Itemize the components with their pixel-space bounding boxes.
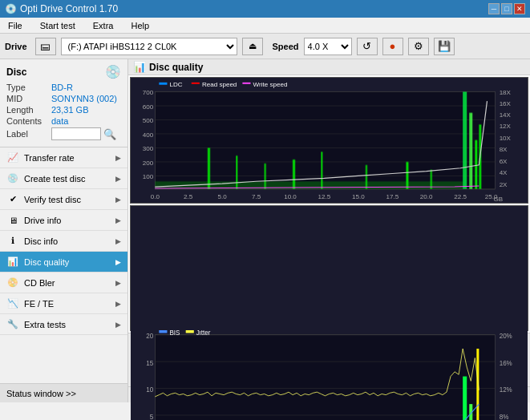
svg-rect-95 <box>159 330 167 333</box>
svg-rect-48 <box>469 113 472 189</box>
svg-text:20%: 20% <box>500 332 512 341</box>
drive-info-label: Drive info <box>24 216 61 225</box>
svg-text:500: 500 <box>143 118 154 125</box>
sidebar-item-fe-te[interactable]: 📉 FE / TE ▶ <box>0 293 127 314</box>
transfer-rate-icon: 📈 <box>6 151 19 164</box>
close-button[interactable]: ✕ <box>514 3 525 14</box>
speed-select[interactable]: 4.0 X <box>304 38 352 55</box>
mid-label: MID <box>6 94 51 103</box>
mid-value: SONYNN3 (002) <box>51 94 117 103</box>
menu-help[interactable]: Help <box>126 19 154 32</box>
svg-rect-45 <box>406 162 408 189</box>
svg-rect-39 <box>208 147 210 189</box>
svg-text:Write speed: Write speed <box>253 81 288 88</box>
eject-button[interactable]: ⏏ <box>242 38 263 55</box>
sidebar-item-drive-info[interactable]: 🖥 Drive info ▶ <box>0 210 127 231</box>
cd-bler-label: CD Bler <box>24 278 55 288</box>
verify-test-disc-label: Verify test disc <box>24 195 81 204</box>
drive-select[interactable]: (F:) ATAPI iHBS112 2 CL0K <box>61 38 237 55</box>
create-test-disc-label: Create test disc <box>24 174 85 184</box>
disc-quality-label: Disc quality <box>24 257 69 267</box>
extra-tests-arrow: ▶ <box>115 321 121 329</box>
svg-text:17.5: 17.5 <box>386 193 399 200</box>
transfer-rate-label: Transfer rate <box>24 153 75 163</box>
svg-text:2.5: 2.5 <box>184 193 193 200</box>
svg-text:100: 100 <box>143 173 154 180</box>
svg-text:6X: 6X <box>500 158 508 165</box>
svg-text:20.0: 20.0 <box>420 193 433 200</box>
sidebar-item-disc-info[interactable]: ℹ Disc info ▶ <box>0 231 127 252</box>
svg-text:12.5: 12.5 <box>318 193 331 200</box>
disc-label-input[interactable] <box>51 127 101 140</box>
transfer-rate-arrow: ▶ <box>115 154 121 162</box>
disc-quality-icon: 📊 <box>6 256 19 269</box>
svg-rect-44 <box>366 165 367 189</box>
svg-text:0.0: 0.0 <box>151 193 160 200</box>
record-button[interactable]: ● <box>382 38 403 55</box>
sidebar-item-disc-quality[interactable]: 📊 Disc quality ▶ <box>0 252 127 273</box>
svg-text:400: 400 <box>143 131 154 139</box>
fe-te-arrow: ▶ <box>115 300 121 308</box>
content-header: 📊 Disc quality <box>128 59 530 75</box>
disc-panel: Disc 💿 Type BD-R MID SONYNN3 (002) Lengt… <box>0 59 127 147</box>
extra-tests-label: Extra tests <box>24 320 66 329</box>
svg-rect-53 <box>192 83 200 84</box>
settings-button[interactable]: ⚙ <box>408 38 429 55</box>
drive-info-icon: 🖥 <box>6 214 19 227</box>
svg-rect-43 <box>321 151 322 189</box>
title-bar: 💿 Opti Drive Control 1.70 ─ □ ✕ <box>0 0 530 18</box>
svg-text:BIS: BIS <box>169 330 180 337</box>
create-test-disc-icon: 💿 <box>6 172 19 185</box>
length-value: 23,31 GB <box>51 105 88 115</box>
title-bar-title: 💿 Opti Drive Control 1.70 <box>5 3 118 14</box>
drive-info-arrow: ▶ <box>115 216 121 224</box>
svg-text:700: 700 <box>143 90 154 97</box>
maximize-button[interactable]: □ <box>501 3 512 14</box>
sidebar-item-cd-bler[interactable]: 📀 CD Bler ▶ <box>0 273 127 293</box>
sidebar: Disc 💿 Type BD-R MID SONYNN3 (002) Lengt… <box>0 59 128 402</box>
svg-text:300: 300 <box>143 145 154 152</box>
extra-tests-icon: 🔧 <box>6 318 19 331</box>
svg-text:7.5: 7.5 <box>252 193 261 200</box>
verify-test-disc-icon: ✔ <box>6 193 19 206</box>
minimize-button[interactable]: ─ <box>488 3 500 14</box>
svg-text:16X: 16X <box>500 100 512 107</box>
fe-te-label: FE / TE <box>24 299 54 309</box>
disc-label-search-icon[interactable]: 🔍 <box>103 128 116 140</box>
svg-text:8%: 8% <box>500 412 509 420</box>
svg-rect-51 <box>159 83 167 85</box>
save-button[interactable]: 💾 <box>434 38 455 55</box>
svg-text:2X: 2X <box>500 181 508 188</box>
svg-text:5: 5 <box>150 412 154 420</box>
menu-file[interactable]: File <box>3 19 27 32</box>
type-label: Type <box>6 83 51 92</box>
svg-text:15: 15 <box>146 358 153 367</box>
cd-bler-icon: 📀 <box>6 277 19 289</box>
menu-extra[interactable]: Extra <box>88 19 119 32</box>
svg-text:5.0: 5.0 <box>218 193 228 200</box>
svg-text:15.0: 15.0 <box>352 193 365 200</box>
contents-value: data <box>51 116 68 126</box>
sidebar-item-verify-test-disc[interactable]: ✔ Verify test disc ▶ <box>0 189 127 210</box>
status-window-label: Status window >> <box>6 389 76 398</box>
svg-text:200: 200 <box>143 160 154 167</box>
svg-text:LDC: LDC <box>169 81 182 88</box>
drive-icon-btn[interactable]: 🖴 <box>35 38 56 55</box>
sidebar-item-transfer-rate[interactable]: 📈 Transfer rate ▶ <box>0 147 127 168</box>
disc-panel-title: Disc <box>6 67 26 78</box>
refresh-button[interactable]: ↺ <box>357 38 378 55</box>
menu-start-test[interactable]: Start test <box>35 19 80 32</box>
content-header-icon: 📊 <box>133 61 146 73</box>
svg-text:8X: 8X <box>500 146 508 153</box>
status-window-button[interactable]: Status window >> <box>0 383 127 402</box>
sidebar-item-extra-tests[interactable]: 🔧 Extra tests ▶ <box>0 314 127 335</box>
svg-text:GB: GB <box>494 196 504 203</box>
sidebar-item-create-test-disc[interactable]: 💿 Create test disc ▶ <box>0 168 127 189</box>
disc-quality-arrow: ▶ <box>115 258 121 266</box>
fe-te-icon: 📉 <box>6 297 19 310</box>
svg-text:12X: 12X <box>500 123 512 130</box>
menu-bar: File Start test Extra Help <box>0 18 530 34</box>
disc-panel-icon: 💿 <box>105 64 121 79</box>
disc-info-label: Disc info <box>24 236 58 246</box>
svg-text:10.0: 10.0 <box>284 193 297 200</box>
